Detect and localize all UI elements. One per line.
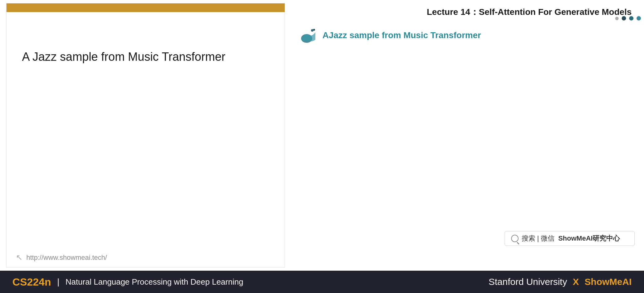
separator: | xyxy=(55,277,62,287)
right-panel: Lecture 14：Self-Attention For Generative… xyxy=(291,0,644,271)
bottom-left: CS224n | Natural Language Processing wit… xyxy=(12,276,243,288)
slide-panel: A Jazz sample from Music Transformer ↖ h… xyxy=(6,3,285,268)
cursor-icon: ↖ xyxy=(16,253,23,262)
course-code: CS224n xyxy=(12,276,51,288)
dot-dark xyxy=(622,16,626,20)
slide-title: A Jazz sample from Music Transformer xyxy=(22,49,269,64)
playlist-dots xyxy=(615,16,641,20)
svg-point-2 xyxy=(313,29,315,31)
svg-point-1 xyxy=(311,29,313,32)
bottom-right: Stanford University X ShowMeAI xyxy=(488,277,632,287)
bottom-bar: CS224n | Natural Language Processing wit… xyxy=(0,271,644,293)
lecture-title: Lecture 14：Self-Attention For Generative… xyxy=(300,6,635,18)
slide-footer: ↖ http://www.showmeai.tech/ xyxy=(7,248,285,267)
playlist-item-title: AJazz sample from Music Transformer xyxy=(322,30,481,41)
playlist-section: AJazz sample from Music Transformer xyxy=(300,24,635,46)
slide-top-bar xyxy=(7,3,285,12)
search-icon xyxy=(511,235,519,242)
course-name: Natural Language Processing with Deep Le… xyxy=(66,277,243,287)
dot-medium xyxy=(629,16,633,20)
showmeai-text: ShowMeAI xyxy=(585,277,632,287)
slide-url: http://www.showmeai.tech/ xyxy=(26,254,107,262)
dot-left xyxy=(615,17,619,20)
stanford-text: Stanford University xyxy=(488,277,567,287)
search-box[interactable]: 搜索 | 微信 ShowMeAI研究中心 xyxy=(505,231,635,246)
x-mark: X xyxy=(570,277,582,287)
dot-light xyxy=(637,16,641,20)
search-label: 搜索 | 微信 ShowMeAI研究中心 xyxy=(522,234,620,243)
music-icon xyxy=(300,27,318,44)
playlist-item-active[interactable]: AJazz sample from Music Transformer xyxy=(300,24,635,46)
slide-body: A Jazz sample from Music Transformer xyxy=(7,12,285,248)
